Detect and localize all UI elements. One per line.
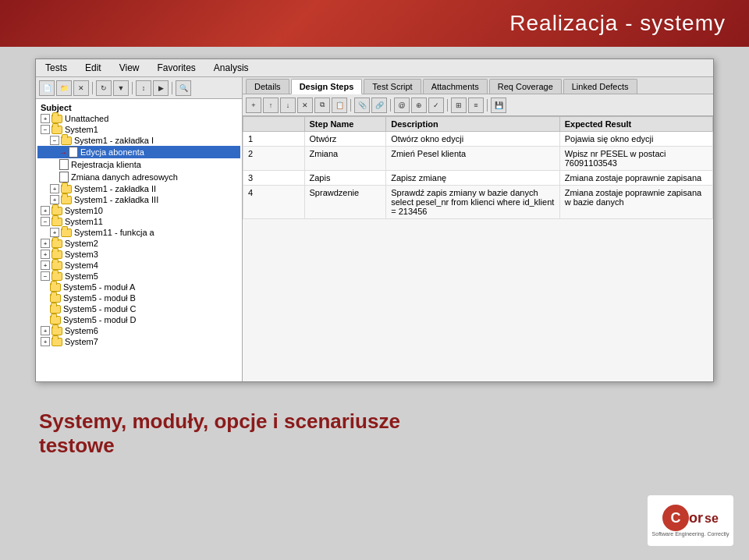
rt-btn-ref[interactable]: ⊕ [411,97,427,113]
tab-linked-defects[interactable]: Linked Defects [563,79,637,94]
folder-icon-system4 [51,261,62,270]
expander-zakladka2[interactable]: + [50,184,59,193]
tree-item-system6[interactable]: + System6 [37,325,240,336]
tree-item-zakladka3[interactable]: + System1 - zakładka III [37,194,240,205]
cell-desc-3[interactable]: Zapisz zmianę [386,171,559,186]
app-window: Tests Edit View Favorites Analysis 📄 📁 ✕… [35,58,714,382]
cell-desc-4[interactable]: Sprawdź zapis zmiany w bazie danych sele… [386,186,559,219]
folder-icon-zakladka2 [61,185,72,193]
toolbar-btn-move[interactable]: ▶ [153,80,169,96]
tab-design-steps[interactable]: Design Steps [291,79,363,94]
expander-system5[interactable]: − [41,271,50,281]
menu-tests[interactable]: Tests [42,61,70,75]
toolbar-btn-new[interactable]: 📄 [39,80,55,96]
folder-icon-zakladka1 [61,136,72,145]
table-row[interactable]: 1 Otwórz Otwórz okno edycji Pojawia się … [243,132,713,147]
table-row[interactable]: 4 Sprawdzenie Sprawdź zapis zmiany w baz… [243,186,713,219]
toolbar-btn-filter[interactable]: ▼ [113,80,129,96]
cell-step-4[interactable]: Sprawdzenie [304,186,386,219]
cell-num-3: 3 [243,171,305,186]
tab-details[interactable]: Details [246,79,289,94]
table-row[interactable]: 2 Zmiana Zmień Pesel klienta Wpisz nr PE… [243,147,713,171]
expander-system6[interactable]: + [41,326,50,335]
tree-header: Subject [37,102,240,113]
tree-item-unattached[interactable]: + Unattached [37,113,240,124]
expander-unattached[interactable]: + [41,114,50,123]
tree-item-zmiana[interactable]: Zmiana danych adresowych [37,171,240,183]
tree-item-system2[interactable]: + System2 [37,238,240,249]
tab-req-coverage[interactable]: Req Coverage [489,79,562,94]
rt-btn-3[interactable]: ↓ [280,97,296,113]
tab-test-script[interactable]: Test Script [364,79,421,94]
tree-item-system11[interactable]: − System11 [37,216,240,227]
folder-icon-system1 [51,126,62,134]
tree-item-modul-a[interactable]: System5 - moduł A [37,282,240,292]
cell-exp-1[interactable]: Pojawia się okno edycji [559,132,712,147]
expander-system2[interactable]: + [41,239,50,248]
cell-exp-3[interactable]: Zmiana zostaje poprawnie zapisana [559,171,712,186]
table-row[interactable]: 3 Zapis Zapisz zmianę Zmiana zostaje pop… [243,171,713,186]
cell-exp-4[interactable]: Zmiana zostaje poprawnie zapisana w bazi… [559,186,712,219]
bottom-section: Systemy, moduły, opcje i scenariusze tes… [16,390,733,466]
menu-view[interactable]: View [116,61,143,75]
rt-btn-2[interactable]: ↑ [263,97,279,113]
tree-item-edycja[interactable]: → Edycja abonenta [37,146,240,158]
header-title: Realizacja - systemy [509,11,726,36]
rt-btn-1[interactable]: + [246,97,261,113]
col-header-step-name: Step Name [304,117,386,132]
tree-item-system5[interactable]: − System5 [37,271,240,282]
cell-step-3[interactable]: Zapis [304,171,386,186]
rt-btn-list[interactable]: ≡ [468,97,484,113]
rt-btn-delete[interactable]: ✕ [297,97,313,113]
toolbar-btn-delete[interactable]: ✕ [73,80,89,96]
rt-btn-grid[interactable]: ⊞ [451,97,467,113]
tree-item-rejestracja[interactable]: Rejestracja klienta [37,158,240,171]
rt-btn-paste[interactable]: 📋 [332,97,347,113]
rt-btn-link[interactable]: 🔗 [371,97,387,113]
folder-icon-funkcja-a [61,229,72,237]
tree-item-modul-b[interactable]: System5 - moduł B [37,292,240,303]
rt-btn-copy[interactable]: ⧉ [314,97,330,113]
bottom-text-line2: testowe [39,434,710,458]
toolbar-btn-refresh[interactable]: ↻ [96,80,112,96]
expander-system3[interactable]: + [41,250,50,259]
expander-system7[interactable]: + [41,337,50,346]
tree-item-system1[interactable]: − System1 [37,124,240,135]
tab-attachments[interactable]: Attachments [423,79,488,94]
toolbar-btn-search[interactable]: 🔍 [176,80,191,96]
bottom-text-line1: Systemy, moduły, opcje i scenariusze [39,409,710,434]
menu-favorites[interactable]: Favorites [154,61,199,75]
expander-system11[interactable]: − [41,217,50,226]
left-toolbar: 📄 📁 ✕ ↻ ▼ ↕ ▶ 🔍 [36,77,242,99]
tree-item-modul-c[interactable]: System5 - moduł C [37,303,240,314]
tree-item-modul-d[interactable]: System5 - moduł D [37,314,240,325]
tree-item-system10[interactable]: + System10 [37,205,240,216]
rt-btn-check[interactable]: ✓ [428,97,444,113]
expander-funkcja-a[interactable]: + [50,228,59,237]
cell-step-1[interactable]: Otwórz [304,132,386,147]
menu-analysis[interactable]: Analysis [211,61,252,75]
expander-system4[interactable]: + [41,261,50,270]
rt-sep-3 [447,99,448,112]
toolbar-btn-sort[interactable]: ↕ [136,80,151,96]
tree-item-system3[interactable]: + System3 [37,249,240,260]
logo-icon-row: C or se [662,505,719,531]
expander-system10[interactable]: + [41,206,50,215]
tree-item-funkcja-a[interactable]: + System11 - funkcja a [37,227,240,238]
cell-desc-1[interactable]: Otwórz okno edycji [386,132,559,147]
toolbar-btn-folder[interactable]: 📁 [56,80,72,96]
expander-system1[interactable]: − [41,125,50,134]
tree-item-zakladka1[interactable]: − System1 - zakładka I [37,135,240,146]
expander-zakladka1[interactable]: − [50,136,59,145]
tree-item-zakladka2[interactable]: + System1 - zakładka II [37,183,240,194]
tree-item-system4[interactable]: + System4 [37,260,240,271]
expander-zakladka3[interactable]: + [50,195,59,204]
tree-item-system7[interactable]: + System7 [37,336,240,347]
cell-exp-2[interactable]: Wpisz nr PESEL w postaci 76091103543 [559,147,712,171]
rt-btn-save[interactable]: 💾 [491,97,506,113]
cell-step-2[interactable]: Zmiana [304,147,386,171]
rt-btn-param[interactable]: @ [394,97,410,113]
menu-edit[interactable]: Edit [82,61,105,75]
rt-btn-attach[interactable]: 📎 [354,97,370,113]
cell-desc-2[interactable]: Zmień Pesel klienta [386,147,559,171]
